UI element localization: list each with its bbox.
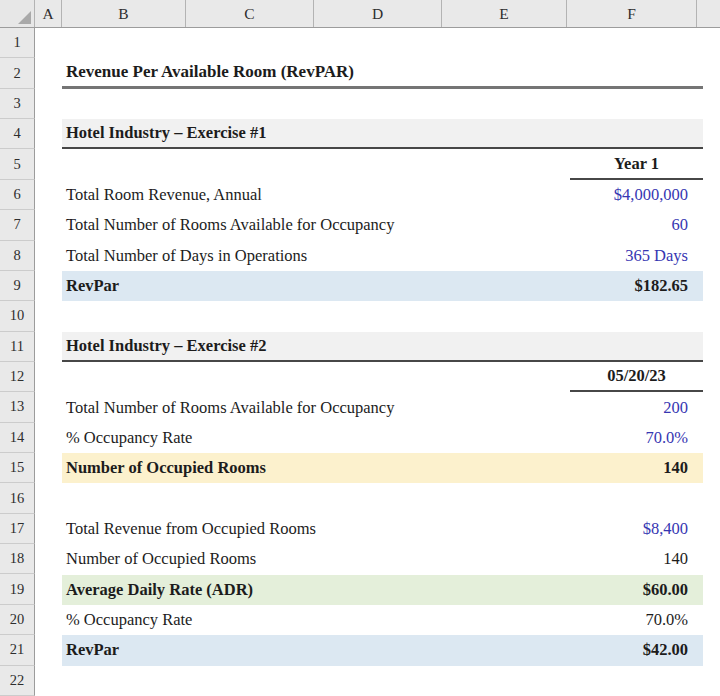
column-header-partial[interactable] [697,0,720,27]
cell-row17-value[interactable]: $8,400 [643,519,703,539]
row-header-3[interactable]: 3 [0,89,35,119]
cell-row21-label[interactable]: RevPar [62,640,119,660]
select-all-icon [18,11,31,24]
column-header-a[interactable]: A [35,0,62,27]
row-data: Total Number of Rooms Available for Occu… [62,210,703,240]
row-header-7[interactable]: 7 [0,210,35,240]
cell-row20-value[interactable]: 70.0% [645,610,703,630]
row-header-4[interactable]: 4 [0,119,35,149]
column-header-e[interactable]: E [442,0,567,27]
row-data: Total Revenue from Occupied Rooms $8,400 [62,514,703,544]
column-header-c[interactable]: C [186,0,314,27]
row-adr: Average Daily Rate (ADR) $60.00 [62,575,703,605]
cell-row8-label[interactable]: Total Number of Days in Operations [62,246,307,266]
row-colheader-ex2: 05/20/23 [62,362,703,392]
row-revpar-ex1: RevPar $182.65 [62,271,703,301]
cell-row19-label[interactable]: Average Daily Rate (ADR) [62,580,253,600]
row-header-19[interactable]: 19 [0,574,35,604]
cell-year1-header[interactable]: Year 1 [570,150,703,180]
row-data: % Occupancy Rate 70.0% [62,423,703,453]
row-data: % Occupancy Rate 70.0% [62,605,703,635]
row-data: Total Number of Rooms Available for Occu… [62,392,703,422]
cell-row18-label[interactable]: Number of Occupied Rooms [62,549,256,569]
cell-title[interactable]: Revenue Per Available Room (RevPAR) [62,62,354,82]
row-colheader-ex1: Year 1 [62,150,703,180]
row-section-ex1: Hotel Industry – Exercise #1 [62,119,703,149]
row-header-1[interactable]: 1 [0,28,35,58]
row-header-9[interactable]: 9 [0,271,35,301]
cell-row21-value[interactable]: $42.00 [643,640,703,660]
row-header-21[interactable]: 21 [0,635,35,665]
row-revpar-ex2: RevPar $42.00 [62,635,703,665]
row-header-18[interactable]: 18 [0,544,35,574]
column-header-d[interactable]: D [314,0,442,27]
row-header-8[interactable]: 8 [0,241,35,271]
cell-row15-value[interactable]: 140 [663,458,703,478]
cell-row9-value[interactable]: $182.65 [634,276,703,296]
row-title: Revenue Per Available Room (RevPAR) [62,58,703,88]
column-header-bar: A B C D E F [0,0,720,28]
cell-row14-label[interactable]: % Occupancy Rate [62,428,192,448]
row-header-17[interactable]: 17 [0,514,35,544]
row-header-15[interactable]: 15 [0,453,35,483]
row-data: Total Number of Days in Operations 365 D… [62,241,703,271]
row-header-bar: 1 2 3 4 5 6 7 8 9 10 11 12 13 14 15 16 1… [0,28,35,696]
row-data: Number of Occupied Rooms 140 [62,544,703,574]
row-header-2[interactable]: 2 [0,58,35,88]
cell-section-header-ex1[interactable]: Hotel Industry – Exercise #1 [62,123,266,143]
select-all-corner[interactable] [0,0,35,27]
row-header-22[interactable]: 22 [0,666,35,696]
row-header-14[interactable]: 14 [0,423,35,453]
column-header-b[interactable]: B [62,0,186,27]
row-section-ex2: Hotel Industry – Exercise #2 [62,332,703,362]
cell-row17-label[interactable]: Total Revenue from Occupied Rooms [62,519,316,539]
cell-row14-value[interactable]: 70.0% [645,428,703,448]
row-header-5[interactable]: 5 [0,149,35,179]
row-occupied-rooms: Number of Occupied Rooms 140 [62,453,703,483]
cell-date-header[interactable]: 05/20/23 [570,362,703,392]
cell-row18-value[interactable]: 140 [663,549,703,569]
row-header-6[interactable]: 6 [0,180,35,210]
cell-row7-label[interactable]: Total Number of Rooms Available for Occu… [62,215,394,235]
spreadsheet: A B C D E F 1 2 3 4 5 6 7 8 9 10 11 12 1… [0,0,720,696]
cell-row6-label[interactable]: Total Room Revenue, Annual [62,185,262,205]
cell-row19-value[interactable]: $60.00 [643,580,703,600]
column-header-f[interactable]: F [567,0,697,27]
cell-row7-value[interactable]: 60 [672,215,704,235]
cell-section-header-ex2[interactable]: Hotel Industry – Exercise #2 [62,336,266,356]
row-header-10[interactable]: 10 [0,301,35,331]
row-header-11[interactable]: 11 [0,332,35,362]
cell-row20-label[interactable]: % Occupancy Rate [62,610,192,630]
row-header-13[interactable]: 13 [0,392,35,422]
cell-row13-value[interactable]: 200 [663,398,703,418]
cell-row13-label[interactable]: Total Number of Rooms Available for Occu… [62,398,394,418]
row-header-16[interactable]: 16 [0,483,35,513]
cell-row6-value[interactable]: $4,000,000 [614,185,703,205]
cell-row9-label[interactable]: RevPar [62,276,119,296]
cell-row8-value[interactable]: 365 Days [625,246,703,266]
row-header-20[interactable]: 20 [0,605,35,635]
row-data: Total Room Revenue, Annual $4,000,000 [62,180,703,210]
cell-row15-label[interactable]: Number of Occupied Rooms [62,458,266,478]
row-header-12[interactable]: 12 [0,362,35,392]
